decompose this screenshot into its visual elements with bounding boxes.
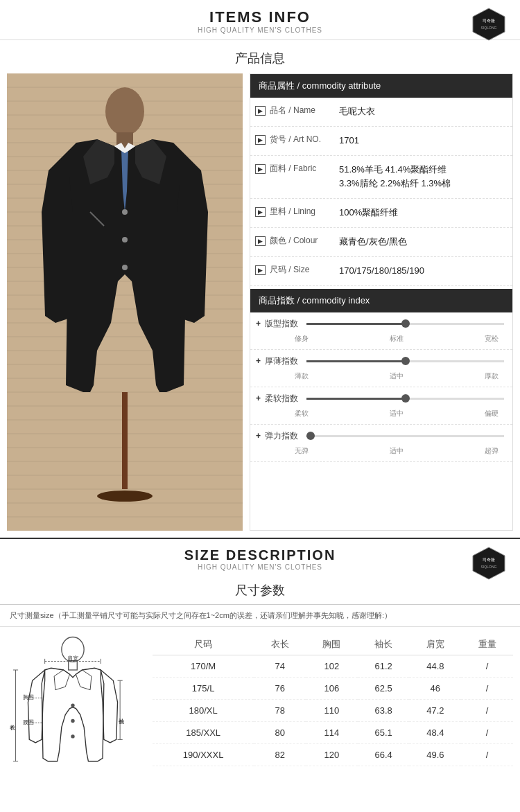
index-plus-2: + bbox=[256, 394, 261, 403]
attr-row-2: ▶ 面料 / Fabric 51.8%羊毛 41.4%聚酯纤维 3.3%腈纶 2… bbox=[250, 156, 512, 200]
size-cell-0-2: 102 bbox=[306, 655, 358, 678]
index-name-2: 柔软指数 bbox=[265, 393, 300, 405]
svg-marker-44 bbox=[473, 547, 505, 579]
size-cell-0-0: 170/M bbox=[153, 655, 254, 678]
size-cell-3-0: 185/XXL bbox=[153, 722, 254, 744]
index-scale-3: 无弹 适中 超弹 bbox=[250, 445, 512, 459]
index-scale-left-3: 无弹 bbox=[295, 446, 309, 456]
svg-point-65 bbox=[71, 703, 74, 707]
index-label-row-2: + 柔软指数 bbox=[250, 393, 512, 407]
size-cell-2-1: 78 bbox=[254, 700, 306, 722]
product-image bbox=[7, 73, 243, 531]
size-col-header-2: 胸围 bbox=[306, 634, 358, 655]
size-cell-0-5: / bbox=[461, 655, 513, 678]
size-cell-1-0: 175/L bbox=[153, 678, 254, 700]
slider-track-0 bbox=[306, 323, 504, 325]
attr-arrow-4: ▶ bbox=[250, 235, 270, 246]
size-cell-2-2: 110 bbox=[306, 700, 358, 722]
svg-text:SIQLONG: SIQLONG bbox=[481, 26, 497, 30]
size-col-header-0: 尺码 bbox=[153, 634, 254, 655]
index-scale-mid-1: 适中 bbox=[390, 371, 404, 381]
header-title: ITEMS INFO bbox=[0, 8, 520, 26]
svg-point-66 bbox=[71, 719, 74, 723]
attr-value-3: 100%聚酯纤维 bbox=[339, 206, 512, 220]
attr-value-0: 毛呢大衣 bbox=[339, 105, 512, 119]
attr-value-5: 170/175/180/185/190 bbox=[339, 264, 512, 279]
size-cell-2-4: 47.2 bbox=[409, 700, 461, 722]
product-info-section: 商品属性 / commodity attribute ▶ 品名 / Name 毛… bbox=[0, 73, 520, 538]
slider-track-1 bbox=[306, 360, 504, 362]
attr-value-1: 1701 bbox=[339, 134, 512, 148]
size-table-row-1: 175/L7610662.546/ bbox=[153, 678, 513, 700]
svg-point-67 bbox=[71, 734, 74, 738]
svg-text:司奇隆: 司奇隆 bbox=[483, 558, 495, 562]
size-cell-4-2: 120 bbox=[306, 744, 358, 766]
index-scale-right-2: 偏硬 bbox=[485, 409, 499, 418]
attr-label-4: 颜色 / Colour bbox=[270, 235, 339, 247]
index-scale-left-2: 柔软 bbox=[295, 409, 309, 418]
index-scale-0: 修身 标准 宽松 bbox=[250, 333, 512, 346]
size-content: 肩宽 胸围 腰围 衣长 袖长 尺码衣长胸围袖长肩宽重量 bbox=[0, 627, 520, 812]
size-section-title: 尺寸参数 bbox=[0, 575, 520, 605]
size-cell-0-4: 44.8 bbox=[409, 655, 461, 678]
size-table-row-3: 185/XXL8011465.148.4/ bbox=[153, 722, 513, 744]
size-col-header-1: 衣长 bbox=[254, 634, 306, 655]
svg-point-40 bbox=[122, 265, 128, 270]
attr-row-4: ▶ 颜色 / Colour 藏青色/灰色/黑色 bbox=[250, 228, 512, 257]
index-rows: + 版型指数 修身 标准 宽松 + 厚薄指数 薄款 适中 厚款 bbox=[250, 312, 512, 462]
page-header: ITEMS INFO HIGH QUALITY MEN'S CLOTHES 司奇… bbox=[0, 0, 520, 40]
slider-dot-3 bbox=[306, 432, 315, 440]
attr-label-2: 面料 / Fabric bbox=[270, 163, 339, 175]
slider-fill-2 bbox=[306, 398, 405, 400]
attr-arrow-1: ▶ bbox=[250, 134, 270, 145]
product-section-title: 产品信息 bbox=[0, 40, 520, 73]
index-scale-mid-2: 适中 bbox=[390, 409, 404, 418]
index-plus-3: + bbox=[256, 431, 261, 441]
index-row-1: + 厚薄指数 薄款 适中 厚款 bbox=[250, 350, 512, 387]
size-main-title: SIZE DESCRIPTION bbox=[184, 547, 336, 563]
attributes-panel: 商品属性 / commodity attribute ▶ 品名 / Name 毛… bbox=[250, 73, 513, 531]
size-cell-2-5: / bbox=[461, 700, 513, 722]
attr-arrow-3: ▶ bbox=[250, 206, 270, 217]
index-label-row-3: + 弹力指数 bbox=[250, 430, 512, 445]
svg-text:肩宽: 肩宽 bbox=[67, 655, 78, 662]
attribute-rows: ▶ 品名 / Name 毛呢大衣 ▶ 货号 / Art NO. 1701 ▶ 面… bbox=[250, 98, 512, 286]
svg-point-43 bbox=[97, 491, 153, 502]
index-scale-1: 薄款 适中 厚款 bbox=[250, 370, 512, 384]
attr-row-1: ▶ 货号 / Art NO. 1701 bbox=[250, 127, 512, 156]
slider-dot-1 bbox=[401, 357, 410, 365]
svg-point-39 bbox=[122, 237, 128, 242]
index-label-row-1: + 厚薄指数 bbox=[250, 355, 512, 370]
header-subtitle: HIGH QUALITY MEN'S CLOTHES bbox=[0, 26, 520, 34]
attr-label-0: 品名 / Name bbox=[270, 105, 339, 116]
index-row-2: + 柔软指数 柔软 适中 偏硬 bbox=[250, 387, 512, 425]
size-col-header-5: 重量 bbox=[461, 634, 513, 655]
size-cell-3-4: 48.4 bbox=[409, 722, 461, 744]
size-table-row-2: 180/XL7811063.847.2/ bbox=[153, 700, 513, 722]
attr-label-3: 里料 / Lining bbox=[270, 206, 339, 218]
commodity-attr-header: 商品属性 / commodity attribute bbox=[250, 74, 512, 98]
svg-text:袖长: 袖长 bbox=[119, 718, 124, 725]
svg-text:腰围: 腰围 bbox=[23, 719, 34, 725]
attr-label-1: 货号 / Art NO. bbox=[270, 134, 339, 145]
index-name-1: 厚薄指数 bbox=[265, 355, 300, 367]
size-cell-2-0: 180/XL bbox=[153, 700, 254, 722]
size-cell-4-1: 82 bbox=[254, 744, 306, 766]
index-name-0: 版型指数 bbox=[265, 318, 300, 330]
size-brand-logo: 司奇隆 SIQLONG bbox=[471, 546, 506, 583]
size-table-row-4: 190/XXXL8212066.449.6/ bbox=[153, 744, 513, 766]
size-col-header-3: 袖长 bbox=[358, 634, 410, 655]
brand-logo-header: 司奇隆 SIQLONG bbox=[471, 7, 506, 42]
size-cell-2-3: 63.8 bbox=[358, 700, 410, 722]
index-scale-mid-3: 适中 bbox=[390, 446, 404, 456]
size-diagram: 肩宽 胸围 腰围 衣长 袖长 bbox=[7, 634, 146, 812]
attr-value-2: 51.8%羊毛 41.4%聚酯纤维 3.3%腈纶 2.2%粘纤 1.3%棉 bbox=[339, 163, 512, 192]
svg-text:司奇隆: 司奇隆 bbox=[483, 19, 495, 23]
index-name-3: 弹力指数 bbox=[265, 430, 300, 442]
slider-dot-0 bbox=[401, 319, 410, 328]
commodity-index-header: 商品指数 / commodity index bbox=[250, 289, 512, 312]
size-title-block: SIZE DESCRIPTION HIGH QUALITY MEN'S CLOT… bbox=[184, 547, 336, 571]
index-scale-2: 柔软 适中 偏硬 bbox=[250, 407, 512, 421]
slider-dot-2 bbox=[401, 394, 410, 403]
measurements-table: 尺码衣长胸围袖长肩宽重量 170/M7410261.244.8/175/L761… bbox=[153, 634, 513, 766]
